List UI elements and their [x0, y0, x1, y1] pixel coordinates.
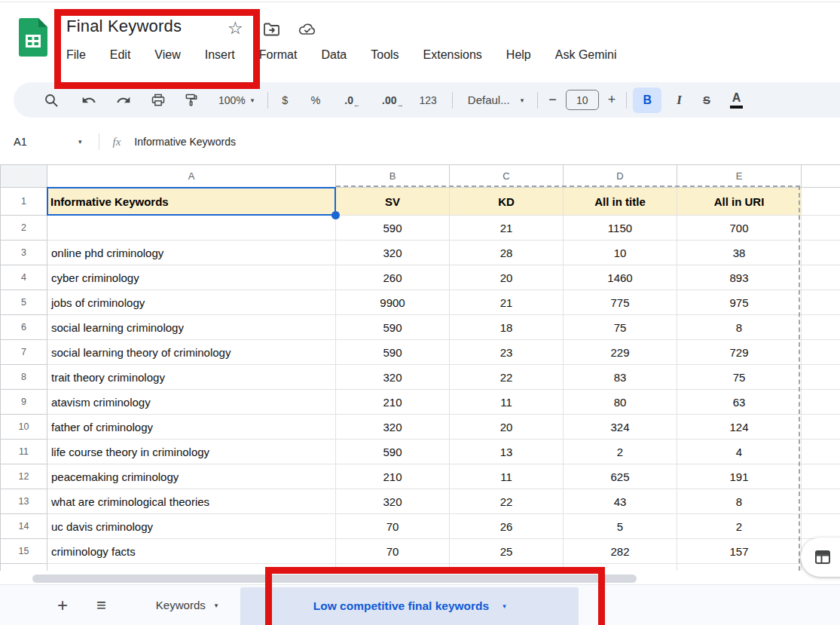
cloud-saved-icon[interactable]: [298, 23, 316, 36]
column-header-F[interactable]: [802, 165, 840, 188]
cell-A16[interactable]: [47, 564, 336, 571]
cell-C1[interactable]: KD: [450, 188, 564, 216]
cell-C9[interactable]: 11: [450, 390, 564, 415]
column-header-D[interactable]: D: [564, 165, 677, 188]
cell-F4[interactable]: [802, 265, 840, 290]
cell-F12[interactable]: [802, 464, 840, 489]
cell-D9[interactable]: 80: [564, 390, 677, 415]
cell-A3[interactable]: online phd criminology: [47, 241, 336, 265]
cell-D10[interactable]: 324: [564, 415, 677, 440]
cell-B12[interactable]: 210: [336, 464, 450, 489]
chevron-down-icon[interactable]: ▾: [502, 602, 506, 610]
cell-B5[interactable]: 9900: [336, 290, 450, 315]
cell-E15[interactable]: 157: [677, 539, 802, 564]
cell-A11[interactable]: life course theory in criminology: [47, 440, 336, 464]
column-header-E[interactable]: E: [677, 165, 802, 188]
text-color-button[interactable]: A: [730, 92, 743, 109]
cell-C15[interactable]: 25: [450, 539, 564, 564]
cell-E6[interactable]: 8: [677, 315, 802, 340]
add-sheet-icon[interactable]: +: [57, 596, 68, 614]
redo-icon[interactable]: [116, 93, 131, 108]
menu-item-format[interactable]: Format: [259, 48, 298, 62]
cell-B14[interactable]: 70: [336, 514, 450, 539]
cell-C6[interactable]: 18: [450, 315, 564, 340]
cell-B9[interactable]: 210: [336, 390, 450, 415]
cell-D12[interactable]: 625: [564, 464, 677, 489]
cell-F7[interactable]: [802, 340, 840, 365]
cell-D11[interactable]: 2: [564, 440, 677, 464]
cell-E9[interactable]: 63: [677, 390, 802, 415]
cell-D1[interactable]: All in title: [564, 188, 677, 216]
cell-C16[interactable]: [450, 564, 564, 571]
horizontal-scrollbar[interactable]: [32, 574, 637, 583]
fill-handle[interactable]: [331, 211, 340, 219]
font-select[interactable]: Defaul... ▾: [468, 93, 524, 106]
move-to-folder-icon[interactable]: [263, 23, 281, 36]
cell-A4[interactable]: cyber criminology: [47, 265, 336, 290]
more-formats-button[interactable]: 123: [419, 94, 436, 106]
cell-F2[interactable]: [802, 216, 840, 241]
cell-A9[interactable]: atavism criminology: [47, 390, 336, 415]
italic-button[interactable]: I: [677, 93, 682, 108]
cell-F5[interactable]: [802, 290, 840, 315]
menu-item-data[interactable]: Data: [321, 48, 347, 62]
row-header-15[interactable]: 15: [1, 539, 47, 564]
row-header-6[interactable]: 6: [1, 315, 47, 340]
cell-F11[interactable]: [802, 440, 840, 464]
menu-item-view[interactable]: View: [154, 48, 180, 62]
row-header-2[interactable]: 2: [1, 216, 47, 241]
cell-D4[interactable]: 1460: [564, 265, 677, 290]
sheet-tab-low-competitive-final-keywords[interactable]: Low competitive final keywords▾: [240, 587, 579, 625]
row-header-9[interactable]: 9: [1, 390, 47, 415]
cell-D2[interactable]: 1150: [564, 216, 677, 241]
cell-E10[interactable]: 124: [677, 415, 802, 440]
cell-E2[interactable]: 700: [677, 216, 802, 241]
cell-F10[interactable]: [802, 415, 840, 440]
cell-F9[interactable]: [802, 390, 840, 415]
strikethrough-button[interactable]: S: [703, 93, 710, 106]
cell-E12[interactable]: 191: [677, 464, 802, 489]
cell-F6[interactable]: [802, 315, 840, 340]
cell-A10[interactable]: father of criminology: [47, 415, 336, 440]
cell-B2[interactable]: 590: [336, 216, 450, 241]
formula-input[interactable]: Informative Keywords: [134, 136, 236, 148]
increase-font-size-button[interactable]: +: [608, 92, 616, 108]
menu-item-insert[interactable]: Insert: [205, 48, 235, 62]
format-percent-button[interactable]: %: [310, 94, 320, 106]
cell-D15[interactable]: 282: [564, 539, 677, 564]
cell-B3[interactable]: 320: [336, 241, 450, 265]
row-header-13[interactable]: 13: [1, 489, 47, 514]
decrease-decimal-button[interactable]: .0←: [344, 94, 353, 106]
bold-button[interactable]: B: [633, 87, 661, 113]
cell-B16[interactable]: [336, 564, 450, 571]
cell-F3[interactable]: [802, 241, 840, 265]
cell-E11[interactable]: 4: [677, 440, 802, 464]
cell-B8[interactable]: 320: [336, 365, 450, 390]
decrease-font-size-button[interactable]: −: [548, 92, 557, 108]
name-box[interactable]: A1: [14, 136, 78, 148]
search-icon[interactable]: [44, 93, 59, 108]
row-header-3[interactable]: 3: [1, 241, 47, 265]
cell-E7[interactable]: 729: [677, 340, 802, 365]
undo-icon[interactable]: [81, 93, 96, 108]
print-icon[interactable]: [151, 93, 166, 108]
row-header-8[interactable]: 8: [1, 365, 47, 390]
cell-B6[interactable]: 590: [336, 315, 450, 340]
menu-item-file[interactable]: File: [66, 48, 86, 62]
cell-A8[interactable]: trait theory criminology: [47, 365, 336, 390]
row-header-16[interactable]: [1, 564, 47, 571]
google-sheets-logo[interactable]: [19, 18, 47, 57]
cell-B13[interactable]: 320: [336, 489, 450, 514]
cell-E8[interactable]: 75: [677, 365, 802, 390]
cell-E4[interactable]: 893: [677, 265, 802, 290]
column-header-C[interactable]: C: [450, 165, 564, 188]
cell-A14[interactable]: uc davis criminology: [47, 514, 336, 539]
all-sheets-menu-icon[interactable]: ≡: [96, 597, 106, 614]
row-header-12[interactable]: 12: [1, 464, 47, 489]
star-icon[interactable]: ☆: [228, 20, 243, 37]
cell-C4[interactable]: 20: [450, 265, 564, 290]
cell-F1[interactable]: [802, 188, 840, 216]
cell-A6[interactable]: social learning criminology: [47, 315, 336, 340]
document-title[interactable]: Final Keywords: [66, 17, 182, 36]
row-header-14[interactable]: 14: [1, 514, 47, 539]
